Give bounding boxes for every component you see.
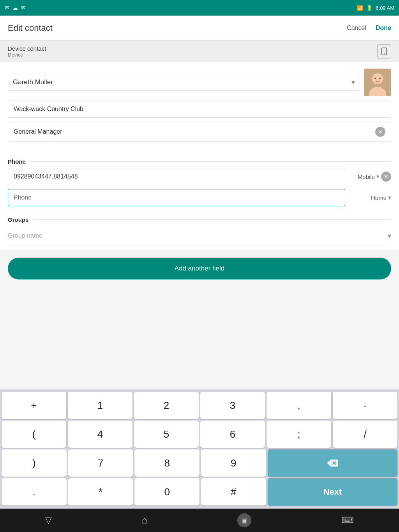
cloud-icon: ☁ [12,5,18,11]
phone-input-1[interactable] [14,173,339,180]
job-title-input[interactable] [14,128,375,135]
key-9[interactable]: 9 [201,449,266,477]
status-bar-left: ✉ ☁ ✉ [5,5,26,11]
key-5[interactable]: 5 [134,421,199,448]
kb-row-4: . * 0 # Next [2,478,397,505]
group-chevron-icon[interactable]: ▾ [388,232,391,240]
svg-point-5 [374,78,376,79]
wifi-icon: 📶 [357,5,363,11]
key-hash[interactable]: # [201,478,266,505]
phone-type-2-wrap: Home ▾ [348,194,391,201]
message-icon: ✉ [5,5,9,11]
recents-button[interactable]: ▣ [237,513,251,527]
form-area: ▾ ✕ [0,62,399,152]
svg-point-6 [379,78,381,79]
groups-section: Group name ▾ [0,226,399,250]
phone-type-1-label: Mobile [358,173,375,180]
page-title: Edit contact [8,23,53,33]
next-button[interactable]: Next [268,478,397,505]
clear-job-title-button[interactable]: ✕ [375,127,385,137]
key-8[interactable]: 8 [134,449,200,477]
backspace-button[interactable] [268,449,397,477]
phone-label: Phone [8,158,26,165]
key-comma[interactable]: , [267,392,331,419]
organization-field [8,101,391,118]
phone-input-2-wrap [8,189,345,206]
phone-row-2: Home ▾ [0,189,399,210]
name-chevron-icon[interactable]: ▾ [351,78,355,87]
cancel-button[interactable]: Cancel [347,25,366,32]
device-banner-text: Device contact Device [8,45,46,58]
kb-row-2: ( 4 5 6 ; / [2,421,397,448]
device-icon [377,44,391,58]
key-2[interactable]: 2 [134,392,199,419]
key-semicolon[interactable]: ; [267,421,331,448]
name-input-wrap: ▾ [8,74,360,91]
groups-label: Groups [8,216,28,223]
organization-input[interactable] [14,106,385,113]
device-contact-title: Device contact [8,45,46,52]
phone-input-2[interactable] [14,194,339,201]
key-asterisk[interactable]: * [68,478,133,505]
done-button[interactable]: Done [376,25,391,32]
group-name-wrap[interactable]: Group name ▾ [8,226,391,246]
app-bar-actions: Cancel Done [347,25,391,32]
groups-section-header: Groups [0,210,399,226]
battery-icon: 🔋 [366,5,373,11]
recents-icon: ▣ [237,513,251,527]
keyboard-toggle-button[interactable]: ⌨ [341,515,354,525]
key-6[interactable]: 6 [200,421,265,448]
key-dot[interactable]: . [2,478,67,505]
device-banner: Device contact Device [0,41,399,62]
key-slash[interactable]: / [333,421,397,448]
keyboard: + 1 2 3 , - ( 4 5 6 ; / ) 7 8 9 . * 0 # … [0,389,399,509]
key-close-paren[interactable]: ) [2,449,67,477]
time-display: 6:09 AM [376,5,394,11]
kb-row-3: ) 7 8 9 [2,449,397,477]
phone-type-2-label: Home [371,194,387,201]
name-row: ▾ [8,69,391,96]
phone-type-1-chevron[interactable]: ▾ [376,173,380,180]
phone-row-1: Mobile ▾ ✕ [0,168,399,189]
svg-point-3 [372,73,383,84]
email-icon: ✉ [21,5,26,11]
key-1[interactable]: 1 [68,392,132,419]
back-button[interactable]: ▽ [45,515,52,525]
home-button[interactable]: ⌂ [142,515,148,526]
home-icon: ⌂ [142,515,148,526]
phone-type-1-wrap: Mobile ▾ ✕ [348,171,391,182]
key-plus[interactable]: + [2,392,66,419]
key-open-paren[interactable]: ( [2,421,66,448]
key-0[interactable]: 0 [134,478,200,505]
key-4[interactable]: 4 [68,421,132,448]
clear-phone-1-button[interactable]: ✕ [381,171,391,182]
phone-section-header: Phone [0,152,399,168]
avatar [364,69,391,96]
name-input[interactable] [13,78,348,86]
job-title-field: ✕ [8,122,391,142]
status-bar-right: 📶 🔋 6:09 AM [357,5,394,11]
key-minus[interactable]: - [333,392,397,419]
keyboard-icon: ⌨ [341,515,354,525]
phone-type-2-chevron[interactable]: ▾ [388,194,391,201]
phone-input-1-wrap [8,168,345,185]
status-bar: ✉ ☁ ✉ 📶 🔋 6:09 AM [0,0,399,16]
key-7[interactable]: 7 [68,449,133,477]
device-contact-subtitle: Device [8,52,46,58]
app-bar: Edit contact Cancel Done [0,16,399,41]
kb-row-1: + 1 2 3 , - [2,392,397,419]
group-name-placeholder: Group name [8,232,42,239]
bottom-nav: ▽ ⌂ ▣ ⌨ [0,509,399,532]
svg-rect-0 [382,48,387,55]
add-field-button[interactable]: Add another field [8,258,391,279]
back-icon: ▽ [45,515,52,525]
key-3[interactable]: 3 [200,392,265,419]
